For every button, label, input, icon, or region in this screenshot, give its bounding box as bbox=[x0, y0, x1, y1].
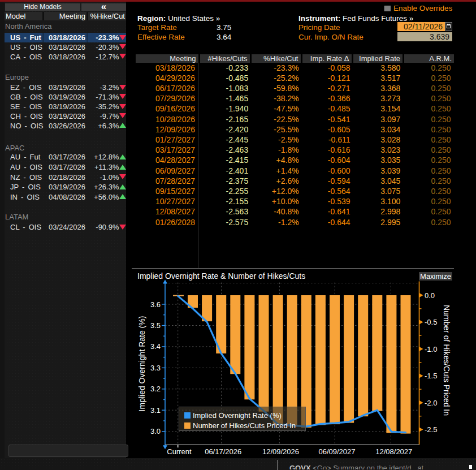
svg-text:3.5: 3.5 bbox=[150, 321, 161, 330]
svg-text:12/08/2027: 12/08/2027 bbox=[375, 447, 412, 456]
svg-text:-1.0: -1.0 bbox=[425, 345, 437, 353]
svg-text:-2.0: -2.0 bbox=[425, 399, 437, 407]
svg-text:-1.5: -1.5 bbox=[425, 372, 437, 380]
svg-text:3.0: 3.0 bbox=[150, 427, 161, 435]
svg-text:-2.5: -2.5 bbox=[425, 425, 437, 434]
svg-text:3.2: 3.2 bbox=[150, 385, 161, 393]
svg-text:3.4: 3.4 bbox=[150, 342, 161, 351]
svg-text:3.3: 3.3 bbox=[150, 364, 161, 372]
svg-text:0.0: 0.0 bbox=[425, 291, 435, 300]
svg-text:06/17/2026: 06/17/2026 bbox=[205, 447, 241, 456]
svg-text:Current: Current bbox=[167, 447, 192, 456]
svg-text:3.6: 3.6 bbox=[150, 300, 161, 309]
svg-text:3.1: 3.1 bbox=[150, 406, 161, 415]
svg-text:-0.5: -0.5 bbox=[425, 318, 437, 326]
svg-text:06/09/2027: 06/09/2027 bbox=[318, 447, 355, 456]
svg-text:12/09/2026: 12/09/2026 bbox=[262, 447, 299, 456]
